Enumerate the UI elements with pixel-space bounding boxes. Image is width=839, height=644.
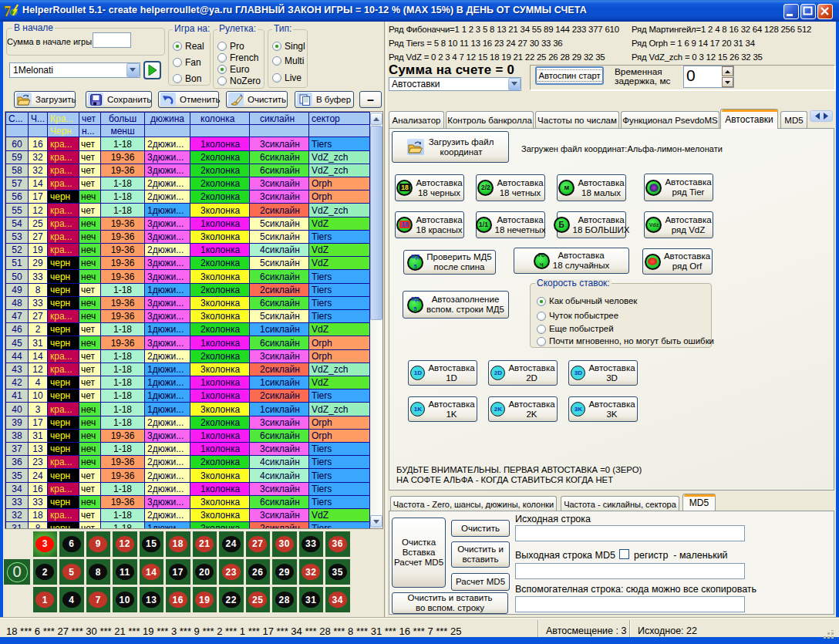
svg-text:7: 7 bbox=[4, 4, 11, 19]
